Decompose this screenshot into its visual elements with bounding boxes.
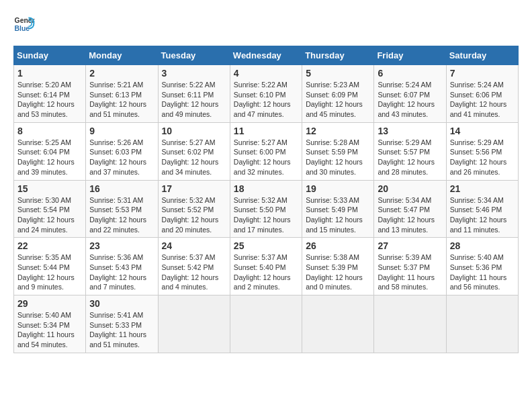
day-number: 16 — [89, 183, 154, 194]
calendar-cell: 5 Sunrise: 5:23 AMSunset: 6:09 PMDayligh… — [302, 65, 374, 123]
calendar-cell: 15 Sunrise: 5:30 AMSunset: 5:54 PMDaylig… — [14, 180, 86, 238]
day-number: 27 — [378, 240, 442, 251]
cell-info: Sunrise: 5:37 AMSunset: 5:40 PMDaylight:… — [234, 253, 291, 291]
cell-info: Sunrise: 5:25 AMSunset: 6:04 PMDaylight:… — [17, 138, 75, 176]
calendar-cell: 9 Sunrise: 5:26 AMSunset: 6:03 PMDayligh… — [86, 122, 158, 180]
calendar-cell: 17 Sunrise: 5:32 AMSunset: 5:52 PMDaylig… — [158, 180, 230, 238]
svg-text:Blue: Blue — [15, 25, 30, 32]
calendar-cell: 8 Sunrise: 5:25 AMSunset: 6:04 PMDayligh… — [14, 122, 86, 180]
day-header-thursday: Thursday — [302, 46, 374, 65]
day-number: 8 — [17, 126, 82, 136]
cell-info: Sunrise: 5:22 AMSunset: 6:10 PMDaylight:… — [234, 81, 291, 118]
day-number: 6 — [378, 68, 442, 79]
calendar-table: SundayMondayTuesdayWednesdayThursdayFrid… — [13, 46, 519, 353]
cell-info: Sunrise: 5:40 AMSunset: 5:36 PMDaylight:… — [450, 253, 507, 291]
cell-info: Sunrise: 5:40 AMSunset: 5:34 PMDaylight:… — [17, 311, 75, 349]
calendar-cell: 21 Sunrise: 5:34 AMSunset: 5:46 PMDaylig… — [446, 180, 518, 238]
day-number: 10 — [162, 126, 226, 136]
cell-info: Sunrise: 5:20 AMSunset: 6:14 PMDaylight:… — [17, 81, 75, 118]
cell-info: Sunrise: 5:30 AMSunset: 5:54 PMDaylight:… — [17, 196, 75, 234]
day-number: 21 — [450, 183, 515, 194]
day-number: 15 — [17, 183, 82, 194]
calendar-cell: 11 Sunrise: 5:27 AMSunset: 6:00 PMDaylig… — [230, 122, 302, 180]
day-number: 13 — [378, 126, 442, 136]
cell-info: Sunrise: 5:27 AMSunset: 6:02 PMDaylight:… — [162, 138, 219, 176]
day-number: 30 — [89, 298, 154, 309]
calendar-cell: 4 Sunrise: 5:22 AMSunset: 6:10 PMDayligh… — [230, 65, 302, 123]
cell-info: Sunrise: 5:32 AMSunset: 5:52 PMDaylight:… — [162, 196, 219, 234]
cell-info: Sunrise: 5:31 AMSunset: 5:53 PMDaylight:… — [89, 196, 146, 234]
calendar-cell: 22 Sunrise: 5:35 AMSunset: 5:44 PMDaylig… — [14, 238, 86, 295]
day-number: 14 — [450, 126, 515, 136]
cell-info: Sunrise: 5:41 AMSunset: 5:33 PMDaylight:… — [89, 311, 146, 349]
day-header-friday: Friday — [374, 46, 446, 65]
cell-info: Sunrise: 5:32 AMSunset: 5:50 PMDaylight:… — [234, 196, 291, 234]
cell-info: Sunrise: 5:35 AMSunset: 5:44 PMDaylight:… — [17, 253, 75, 291]
logo-icon: General Blue — [13, 13, 35, 35]
cell-info: Sunrise: 5:21 AMSunset: 6:13 PMDaylight:… — [89, 81, 146, 118]
cell-info: Sunrise: 5:24 AMSunset: 6:07 PMDaylight:… — [378, 81, 435, 118]
calendar-cell: 16 Sunrise: 5:31 AMSunset: 5:53 PMDaylig… — [86, 180, 158, 238]
calendar-cell: 25 Sunrise: 5:37 AMSunset: 5:40 PMDaylig… — [230, 238, 302, 295]
day-number: 26 — [306, 240, 370, 251]
calendar-cell: 13 Sunrise: 5:29 AMSunset: 5:57 PMDaylig… — [374, 122, 446, 180]
cell-info: Sunrise: 5:34 AMSunset: 5:47 PMDaylight:… — [378, 196, 435, 234]
cell-info: Sunrise: 5:34 AMSunset: 5:46 PMDaylight:… — [450, 196, 507, 234]
calendar-cell: 23 Sunrise: 5:36 AMSunset: 5:43 PMDaylig… — [86, 238, 158, 295]
calendar-cell: 20 Sunrise: 5:34 AMSunset: 5:47 PMDaylig… — [374, 180, 446, 238]
cell-info: Sunrise: 5:39 AMSunset: 5:37 PMDaylight:… — [378, 253, 435, 291]
calendar-cell — [230, 295, 302, 353]
day-number: 19 — [306, 183, 370, 194]
calendar-cell: 6 Sunrise: 5:24 AMSunset: 6:07 PMDayligh… — [374, 65, 446, 123]
cell-info: Sunrise: 5:26 AMSunset: 6:03 PMDaylight:… — [89, 138, 146, 176]
calendar-cell — [158, 295, 230, 353]
calendar-cell: 24 Sunrise: 5:37 AMSunset: 5:42 PMDaylig… — [158, 238, 230, 295]
cell-info: Sunrise: 5:33 AMSunset: 5:49 PMDaylight:… — [306, 196, 363, 234]
calendar-cell: 12 Sunrise: 5:28 AMSunset: 5:59 PMDaylig… — [302, 122, 374, 180]
day-number: 29 — [17, 298, 82, 309]
day-header-sunday: Sunday — [14, 46, 86, 65]
day-number: 3 — [162, 68, 226, 79]
cell-info: Sunrise: 5:38 AMSunset: 5:39 PMDaylight:… — [306, 253, 363, 291]
calendar-cell — [302, 295, 374, 353]
day-number: 25 — [234, 240, 298, 251]
day-number: 5 — [306, 68, 370, 79]
day-header-saturday: Saturday — [446, 46, 518, 65]
day-number: 28 — [450, 240, 515, 251]
calendar-cell: 29 Sunrise: 5:40 AMSunset: 5:34 PMDaylig… — [14, 295, 86, 353]
calendar-cell: 10 Sunrise: 5:27 AMSunset: 6:02 PMDaylig… — [158, 122, 230, 180]
cell-info: Sunrise: 5:23 AMSunset: 6:09 PMDaylight:… — [306, 81, 363, 118]
day-header-tuesday: Tuesday — [158, 46, 230, 65]
calendar-cell — [374, 295, 446, 353]
cell-info: Sunrise: 5:37 AMSunset: 5:42 PMDaylight:… — [162, 253, 219, 291]
calendar-cell: 3 Sunrise: 5:22 AMSunset: 6:11 PMDayligh… — [158, 65, 230, 123]
day-number: 7 — [450, 68, 515, 79]
calendar-cell: 30 Sunrise: 5:41 AMSunset: 5:33 PMDaylig… — [86, 295, 158, 353]
header: General Blue — [13, 13, 519, 35]
cell-info: Sunrise: 5:24 AMSunset: 6:06 PMDaylight:… — [450, 81, 507, 118]
day-number: 18 — [234, 183, 298, 194]
day-number: 24 — [162, 240, 226, 251]
day-number: 22 — [17, 240, 82, 251]
cell-info: Sunrise: 5:28 AMSunset: 5:59 PMDaylight:… — [306, 138, 363, 176]
calendar-cell — [446, 295, 518, 353]
day-number: 1 — [17, 68, 82, 79]
day-number: 9 — [89, 126, 154, 136]
cell-info: Sunrise: 5:29 AMSunset: 5:56 PMDaylight:… — [450, 138, 507, 176]
day-number: 23 — [89, 240, 154, 251]
calendar-cell: 7 Sunrise: 5:24 AMSunset: 6:06 PMDayligh… — [446, 65, 518, 123]
day-header-wednesday: Wednesday — [230, 46, 302, 65]
cell-info: Sunrise: 5:22 AMSunset: 6:11 PMDaylight:… — [162, 81, 219, 118]
calendar-cell: 19 Sunrise: 5:33 AMSunset: 5:49 PMDaylig… — [302, 180, 374, 238]
calendar-cell: 27 Sunrise: 5:39 AMSunset: 5:37 PMDaylig… — [374, 238, 446, 295]
cell-info: Sunrise: 5:36 AMSunset: 5:43 PMDaylight:… — [89, 253, 146, 291]
calendar-cell: 2 Sunrise: 5:21 AMSunset: 6:13 PMDayligh… — [86, 65, 158, 123]
day-number: 2 — [89, 68, 154, 79]
cell-info: Sunrise: 5:27 AMSunset: 6:00 PMDaylight:… — [234, 138, 291, 176]
logo: General Blue — [13, 13, 35, 35]
day-number: 12 — [306, 126, 370, 136]
calendar-cell: 14 Sunrise: 5:29 AMSunset: 5:56 PMDaylig… — [446, 122, 518, 180]
calendar-cell: 18 Sunrise: 5:32 AMSunset: 5:50 PMDaylig… — [230, 180, 302, 238]
day-number: 17 — [162, 183, 226, 194]
calendar-cell: 28 Sunrise: 5:40 AMSunset: 5:36 PMDaylig… — [446, 238, 518, 295]
